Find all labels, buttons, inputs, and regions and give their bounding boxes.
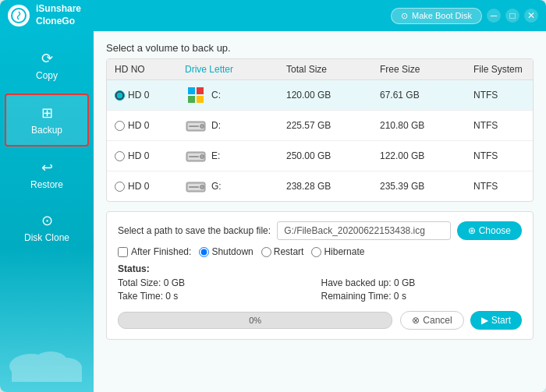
sidebar-label-restore: Restore xyxy=(30,179,63,190)
svg-rect-19 xyxy=(189,156,199,157)
start-icon: ▶ xyxy=(481,315,488,326)
fs-3: NTFS xyxy=(473,181,534,192)
radio-input-3[interactable] xyxy=(115,182,125,192)
start-button[interactable]: ▶ Start xyxy=(470,311,522,330)
radio-input-1[interactable] xyxy=(115,121,125,131)
svg-rect-15 xyxy=(189,125,199,127)
cancel-icon: ⊗ xyxy=(412,315,420,326)
sidebar-item-disk-clone[interactable]: ⊙ Disk Clone xyxy=(5,203,89,253)
header-total-size: Total Size xyxy=(286,64,380,75)
drive-cell-2: E: xyxy=(185,147,286,164)
app-title-text: iSunshare CloneGo xyxy=(36,3,81,27)
header-file-system: File System xyxy=(473,64,534,75)
volume-section: Select a volume to back up. HD NO Drive … xyxy=(106,42,534,202)
action-buttons: ⊗ Cancel ▶ Start xyxy=(400,311,522,330)
header-drive-letter: Drive Letter xyxy=(185,64,286,75)
title-bar: iSunshare CloneGo ⊙ Make Boot Disk ─ □ ✕ xyxy=(0,0,546,31)
row-radio-0[interactable]: HD 0 xyxy=(115,90,185,101)
hdd-drive-icon-e xyxy=(185,147,207,164)
minimize-button[interactable]: ─ xyxy=(487,9,501,23)
status-section: Status: Total Size: 0 GB Have backed up:… xyxy=(118,263,522,302)
svg-rect-9 xyxy=(197,87,204,94)
hibernate-radio[interactable] xyxy=(311,247,321,257)
cancel-button[interactable]: ⊗ Cancel xyxy=(400,311,463,330)
sidebar: ⟳ Copy ⊞ Backup ↩ Restore ⊙ Disk Clone xyxy=(0,31,94,392)
volume-section-title: Select a volume to back up. xyxy=(106,42,534,54)
drive-cell-1: D: xyxy=(185,117,286,134)
table-row: HD 0 G: xyxy=(107,171,533,201)
header-hd-no: HD NO xyxy=(115,64,185,75)
hdd-drive-icon xyxy=(185,117,207,134)
free-size-3: 235.39 GB xyxy=(380,181,473,192)
drive-cell-3: G: xyxy=(185,178,286,195)
progress-bar-area: 0% ⊗ Cancel ▶ Start xyxy=(118,311,522,330)
sidebar-item-backup[interactable]: ⊞ Backup xyxy=(5,94,89,147)
total-size-0: 120.00 GB xyxy=(286,90,380,101)
sidebar-label-backup: Backup xyxy=(31,125,62,136)
status-grid: Total Size: 0 GB Have backed up: 0 GB Ta… xyxy=(118,277,522,302)
volume-table: HD NO Drive Letter Total Size Free Size … xyxy=(106,58,534,202)
fs-0: NTFS xyxy=(473,90,534,101)
after-finished-checkbox[interactable] xyxy=(118,247,128,257)
plus-icon: ⊕ xyxy=(468,225,476,236)
sidebar-item-restore[interactable]: ↩ Restore xyxy=(5,150,89,200)
windows-drive-icon xyxy=(185,87,207,104)
drive-cell-0: C: xyxy=(185,87,286,104)
copy-icon: ⟳ xyxy=(41,50,53,67)
status-have-backed: Have backed up: 0 GB xyxy=(321,277,523,288)
choose-button[interactable]: ⊕ Choose xyxy=(457,221,522,240)
status-take-time: Take Time: 0 s xyxy=(118,291,319,302)
app-logo xyxy=(8,5,30,26)
table-row: HD 0 D: xyxy=(107,111,533,141)
after-finished-checkbox-label[interactable]: After Finished: xyxy=(118,246,191,257)
main-layout: ⟳ Copy ⊞ Backup ↩ Restore ⊙ Disk Clone xyxy=(0,31,546,392)
restart-radio[interactable] xyxy=(261,247,271,257)
close-button[interactable]: ✕ xyxy=(524,9,538,23)
row-radio-2[interactable]: HD 0 xyxy=(115,150,185,161)
sidebar-item-copy[interactable]: ⟳ Copy xyxy=(5,41,89,90)
after-finished-row: After Finished: Shutdown Restart Hiberna… xyxy=(118,246,522,257)
free-size-1: 210.80 GB xyxy=(380,120,473,131)
fs-1: NTFS xyxy=(473,120,534,131)
path-label: Select a path to save the backup file: xyxy=(118,225,271,236)
backup-options-section: Select a path to save the backup file: ⊕… xyxy=(106,211,534,340)
svg-rect-11 xyxy=(197,96,204,103)
svg-point-14 xyxy=(200,125,204,129)
progress-text: 0% xyxy=(249,316,261,325)
boot-disk-icon: ⊙ xyxy=(401,11,408,21)
hibernate-radio-label[interactable]: Hibernate xyxy=(311,246,364,257)
path-row: Select a path to save the backup file: ⊕… xyxy=(118,221,522,240)
table-header: HD NO Drive Letter Total Size Free Size … xyxy=(107,59,533,80)
table-row: HD 0 C: xyxy=(107,80,533,111)
sidebar-label-copy: Copy xyxy=(36,70,58,81)
svg-point-22 xyxy=(200,185,204,189)
row-radio-3[interactable]: HD 0 xyxy=(115,181,185,192)
shutdown-radio-label[interactable]: Shutdown xyxy=(199,246,253,257)
sidebar-decoration xyxy=(0,327,94,392)
free-size-2: 122.00 GB xyxy=(380,150,473,161)
restart-radio-label[interactable]: Restart xyxy=(261,246,304,257)
status-title: Status: xyxy=(118,263,522,274)
progress-bar-container: 0% xyxy=(118,312,392,329)
radio-input-0[interactable] xyxy=(115,90,125,101)
title-bar-controls: ⊙ Make Boot Disk ─ □ ✕ xyxy=(391,8,538,24)
status-remaining: Remaining Time: 0 s xyxy=(321,291,523,302)
hdd-drive-icon-g xyxy=(185,178,207,195)
header-free-size: Free Size xyxy=(380,64,473,75)
radio-input-2[interactable] xyxy=(115,151,125,161)
content-area: Select a volume to back up. HD NO Drive … xyxy=(94,31,546,392)
free-size-0: 67.61 GB xyxy=(380,90,473,101)
row-radio-1[interactable]: HD 0 xyxy=(115,120,185,131)
fs-2: NTFS xyxy=(473,150,534,161)
make-boot-disk-button[interactable]: ⊙ Make Boot Disk xyxy=(391,8,482,24)
svg-rect-10 xyxy=(188,96,195,103)
svg-point-18 xyxy=(200,155,204,159)
shutdown-radio[interactable] xyxy=(199,247,209,257)
svg-rect-8 xyxy=(188,87,195,94)
path-input[interactable] xyxy=(277,221,451,240)
total-size-1: 225.57 GB xyxy=(286,120,380,131)
app-window: iSunshare CloneGo ⊙ Make Boot Disk ─ □ ✕… xyxy=(0,0,546,392)
maximize-button[interactable]: □ xyxy=(505,9,519,23)
total-size-2: 250.00 GB xyxy=(286,150,380,161)
backup-icon: ⊞ xyxy=(41,104,53,122)
